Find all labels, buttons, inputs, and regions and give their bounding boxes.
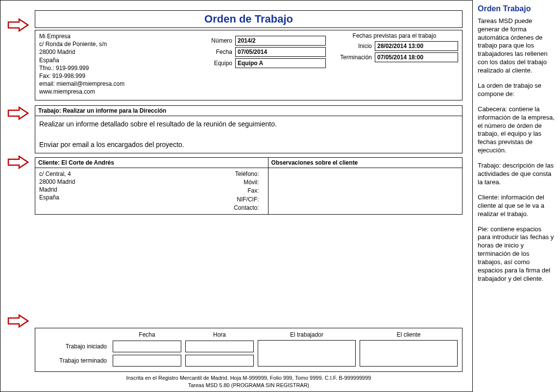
- legal-line2: Tareas MSD 5.80 (PROGRAMA SIN REGISTRAR): [35, 382, 463, 389]
- legal-line1: Inscrita en el Registro Mercantil de Mad…: [35, 374, 463, 381]
- trabajo-line1: Realizar un informe detallado sobre el r…: [39, 119, 458, 129]
- help-p5: Cliente: información del cliente al que …: [478, 194, 555, 219]
- footer-header-fecha: Fecha: [113, 331, 181, 338]
- company-fax: Fax: 919-998.999: [39, 72, 194, 80]
- company-addr2: 28000 Madrid: [39, 48, 194, 56]
- trabajo-heading: Trabajo: Realizar un informe para la Dir…: [35, 106, 462, 116]
- help-p6: Pie: contiene espacios para introducir l…: [478, 225, 555, 283]
- company-name: Mi Empresa: [39, 32, 194, 40]
- cliente-fax-label: Fax:: [85, 187, 259, 195]
- cliente-country: España: [39, 194, 75, 201]
- meta-left: Número 2014/2 Fecha 07/05/2014 Equipo Eq…: [198, 32, 326, 96]
- help-sidebar: Orden Trabajo Tareas MSD puede generar d…: [473, 0, 560, 392]
- footer-section: Fecha Hora El trabajador El cliente Trab…: [35, 328, 463, 372]
- cliente-right: Observaciones sobre el cliente: [268, 158, 462, 215]
- iniciado-hora-box: [185, 341, 254, 352]
- observaciones-heading: Observaciones sobre el cliente: [268, 158, 462, 168]
- company-phone: Tfno.: 919-999.999: [39, 64, 194, 72]
- company-email: email: miemail@miempresa.com: [39, 80, 194, 88]
- cliente-telefono-label: Teléfono:: [85, 170, 259, 178]
- numero-value: 2014/2: [235, 36, 326, 46]
- help-p2: La orden de trabajo se compone de:: [478, 82, 555, 98]
- cliente-nif-label: NIF/CIF:: [85, 196, 259, 204]
- inicio-value: 28/02/2014 13:00: [375, 41, 458, 51]
- equipo-label: Equipo: [198, 60, 235, 67]
- arrow-icon: [7, 106, 29, 120]
- cliente-city: Madrid: [39, 186, 75, 194]
- arrow-icon: [7, 18, 29, 32]
- trabajo-terminado-label: Trabajo terminado: [40, 357, 109, 364]
- terminado-hora-box: [185, 355, 254, 367]
- terminacion-value: 07/05/2014 18:00: [375, 52, 458, 62]
- work-order-document: Orden de Trabajo Mi Empresa c/ Ronda de …: [0, 0, 473, 392]
- fecha-label: Fecha: [198, 49, 235, 55]
- observaciones-body: [268, 168, 462, 172]
- meta-right: Fechas previstas para el trabajo Inicio …: [331, 32, 458, 96]
- footer-header-cliente: El cliente: [360, 331, 458, 338]
- terminado-fecha-box: [113, 355, 181, 367]
- iniciado-fecha-box: [113, 341, 181, 352]
- numero-label: Número: [198, 37, 235, 44]
- footer-header-trabajador: El trabajador: [258, 331, 356, 338]
- company-info: Mi Empresa c/ Ronda de Poniente, s/n 280…: [39, 32, 194, 96]
- cliente-signature-box: [360, 340, 458, 367]
- help-p3: Cabecera: contiene la información de la …: [478, 105, 555, 155]
- cliente-movil-label: Móvil:: [85, 178, 259, 187]
- fecha-value: 07/05/2014: [235, 47, 326, 57]
- cliente-addr1: c/ Central, 4: [39, 170, 75, 178]
- cliente-left: Cliente: El Corte de Andrés c/ Central, …: [35, 158, 268, 215]
- help-p1: Tareas MSD puede generar de forma automá…: [478, 17, 555, 75]
- trabajo-iniciado-label: Trabajo iniciado: [40, 343, 109, 350]
- legal-footer: Inscrita en el Registro Mercantil de Mad…: [35, 374, 463, 389]
- help-p4: Trabajo: descripción de las actividades …: [478, 162, 555, 187]
- trabajo-body: Realizar un informe detallado sobre el r…: [35, 116, 462, 153]
- cliente-contact-fields: Teléfono: Móvil: Fax: NIF/CIF: Contacto:: [85, 170, 264, 213]
- cliente-contacto-label: Contacto:: [85, 204, 259, 212]
- cliente-section: Cliente: El Corte de Andrés c/ Central, …: [35, 157, 463, 215]
- trabajo-line2: Enviar por email a los encargados del pr…: [39, 140, 458, 150]
- trabajador-signature-box: [258, 340, 356, 367]
- arrow-icon: [7, 314, 29, 328]
- equipo-value: Equipo A: [235, 58, 326, 68]
- company-addr1: c/ Ronda de Poniente, s/n: [39, 40, 194, 48]
- terminacion-label: Terminación: [331, 54, 375, 61]
- company-web: www.miempresa.com: [39, 88, 194, 96]
- company-country: España: [39, 56, 194, 64]
- header-section: Mi Empresa c/ Ronda de Poniente, s/n 280…: [35, 30, 463, 100]
- document-title: Orden de Trabajo: [35, 10, 463, 28]
- cliente-address: c/ Central, 4 28000 Madrid Madrid España: [39, 170, 75, 213]
- footer-header-hora: Hora: [185, 331, 254, 338]
- trabajo-section: Trabajo: Realizar un informe para la Dir…: [35, 105, 463, 153]
- arrow-icon: [7, 155, 29, 169]
- cliente-addr2: 28000 Madrid: [39, 178, 75, 186]
- inicio-label: Inicio: [331, 43, 375, 49]
- fechas-previstas-title: Fechas previstas para el trabajo: [331, 32, 458, 39]
- help-title: Orden Trabajo: [478, 4, 555, 14]
- cliente-heading: Cliente: El Corte de Andrés: [35, 158, 268, 168]
